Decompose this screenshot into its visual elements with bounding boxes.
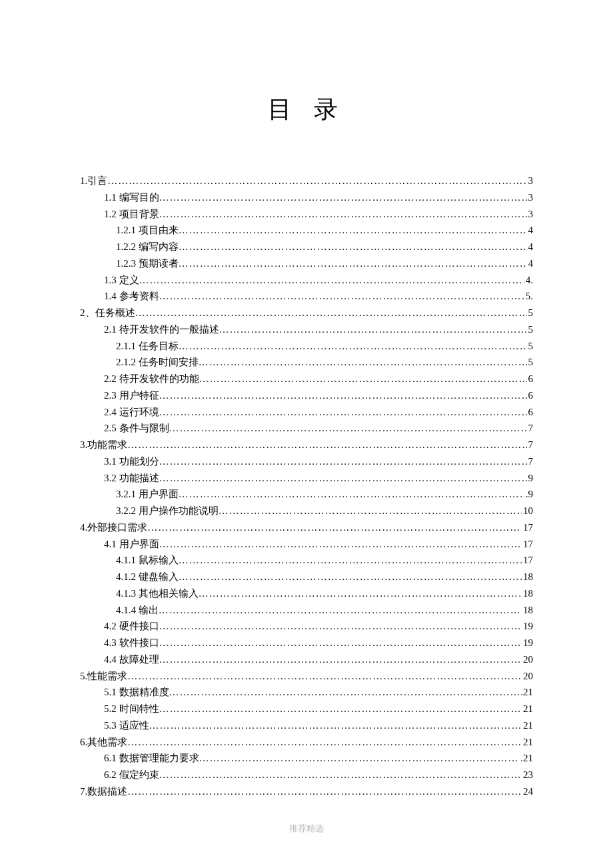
toc-page-number: 3 — [527, 173, 534, 189]
toc-page-number: 5 — [527, 354, 534, 371]
toc-page-number: 4 — [527, 255, 534, 272]
toc-label: 1.2.1 项目由来 — [116, 222, 179, 239]
toc-label: 3.1 功能划分 — [104, 453, 159, 470]
toc-leader-dots — [199, 585, 522, 602]
toc-page-number: 10 — [522, 503, 533, 519]
toc-entry: 5.性能需求20 — [80, 668, 533, 685]
toc-label: 4.1.1 鼠标输入 — [116, 552, 179, 569]
toc-label: 2.2 待开发软件的功能 — [104, 371, 199, 387]
toc-entry: 6.2 假定约束23 — [80, 767, 533, 783]
toc-entry: 2.5 条件与限制7 — [80, 420, 533, 437]
toc-page-number: 6 — [527, 387, 534, 404]
toc-entry: 4.1.1 鼠标输入17 — [80, 552, 533, 569]
toc-page-number: 5 — [527, 338, 534, 355]
toc-leader-dots — [159, 387, 527, 404]
toc-page-number: 17 — [522, 552, 533, 569]
toc-entry: 2.1 待开发软件的一般描述5 — [80, 321, 533, 338]
toc-leader-dots — [127, 668, 522, 685]
toc-page-number: .21 — [519, 684, 533, 701]
toc-entry: 4.外部接口需求17 — [80, 519, 533, 536]
toc-entry: 2.2 待开发软件的功能6 — [80, 371, 533, 387]
toc-leader-dots — [219, 503, 522, 519]
toc-label: 4.1.3 其他相关输入 — [116, 585, 199, 602]
toc-label: 3.功能需求 — [80, 437, 127, 453]
toc-label: 5.2 时间特性 — [104, 701, 159, 717]
toc-page-number: 18 — [522, 569, 533, 585]
toc-entry: 3.功能需求7 — [80, 437, 533, 453]
toc-leader-dots — [149, 717, 522, 734]
toc-leader-dots — [159, 651, 522, 668]
toc-label: 2.3 用户特征 — [104, 387, 159, 404]
toc-page-number: 18 — [522, 585, 533, 602]
toc-page-number: 4 — [527, 222, 534, 239]
toc-label: 4.1.2 键盘输入 — [116, 569, 179, 585]
toc-entry: 1.2 项目背景3 — [80, 206, 533, 223]
toc-label: 6.1 数据管理能力要求 — [104, 750, 199, 767]
toc-entry: 1.4 参考资料5. — [80, 288, 533, 305]
toc-page-number: 7 — [527, 453, 534, 470]
toc-entry: 6.1 数据管理能力要求.21 — [80, 750, 533, 767]
toc-page-number: 4 — [527, 239, 534, 255]
toc-label: 4.1 用户界面 — [104, 536, 159, 553]
toc-leader-dots — [127, 734, 522, 751]
toc-leader-dots — [159, 206, 527, 223]
toc-page-number: 24 — [522, 783, 533, 800]
toc-leader-dots — [169, 684, 520, 701]
toc-label: 3.2 功能描述 — [104, 470, 159, 487]
toc-label: 5.3 适应性 — [104, 717, 149, 734]
toc-label: 1.2 项目背景 — [104, 206, 159, 223]
toc-page-number: 5. — [524, 288, 533, 305]
toc-entry: 4.2 硬件接口19 — [80, 618, 533, 635]
toc-label: 4.1.4 输出 — [116, 602, 159, 619]
toc-leader-dots — [199, 371, 527, 387]
toc-entry: 2.4 运行环境6 — [80, 404, 533, 421]
toc-label: 4.2 硬件接口 — [104, 618, 159, 635]
toc-label: 2.1.1 任务目标 — [116, 338, 179, 355]
toc-entry: 5.2 时间特性21 — [80, 701, 533, 717]
toc-page-number: 17 — [522, 536, 533, 553]
toc-page-number: 6 — [527, 371, 534, 387]
table-of-contents: 1.引言31.1 编写目的31.2 项目背景31.2.1 项目由来41.2.2 … — [80, 173, 533, 800]
toc-page-number: 23 — [522, 767, 533, 783]
toc-leader-dots — [179, 569, 522, 585]
toc-label: 4.3 软件接口 — [104, 635, 159, 651]
toc-page-number: 20 — [522, 668, 533, 685]
toc-leader-dots — [179, 255, 527, 272]
toc-label: 4.4 故障处理 — [104, 651, 159, 668]
toc-entry: 4.1.2 键盘输入18 — [80, 569, 533, 585]
page-footer: 推荐精选 — [0, 823, 613, 835]
toc-leader-dots — [159, 767, 522, 783]
toc-label: 2.4 运行环境 — [104, 404, 159, 421]
toc-label: 1.4 参考资料 — [104, 288, 159, 305]
toc-page-number: 9 — [527, 470, 534, 487]
toc-entry: 5.1 数据精准度.21 — [80, 684, 533, 701]
toc-entry: 1.2.2 编写内容4 — [80, 239, 533, 255]
toc-page-number: 21 — [522, 717, 533, 734]
toc-leader-dots — [159, 618, 522, 635]
toc-leader-dots — [159, 189, 527, 206]
toc-label: 2、任务概述 — [80, 305, 135, 321]
toc-leader-dots — [159, 635, 522, 651]
toc-page-number: 17 — [522, 519, 533, 536]
toc-entry: 3.2.2 用户操作功能说明10 — [80, 503, 533, 519]
toc-page-number: 21 — [522, 734, 533, 751]
toc-entry: 2、任务概述5 — [80, 305, 533, 321]
toc-page-number: 20 — [522, 651, 533, 668]
toc-leader-dots — [107, 173, 526, 189]
toc-page-number: .9 — [524, 486, 533, 503]
toc-leader-dots — [169, 420, 527, 437]
toc-leader-dots — [159, 536, 522, 553]
toc-leader-dots — [219, 321, 527, 338]
toc-leader-dots — [135, 305, 527, 321]
toc-label: 3.2.2 用户操作功能说明 — [116, 503, 219, 519]
toc-entry: 1.2.1 项目由来4 — [80, 222, 533, 239]
toc-page-number: 3 — [527, 206, 534, 223]
toc-page-number: 7 — [527, 420, 534, 437]
toc-page-number: .21 — [519, 750, 533, 767]
toc-leader-dots — [159, 404, 527, 421]
toc-leader-dots — [199, 750, 520, 767]
toc-label: 6.其他需求 — [80, 734, 127, 751]
document-page: 目 录 1.引言31.1 编写目的31.2 项目背景31.2.1 项目由来41.… — [0, 0, 613, 833]
toc-page-number: 18 — [522, 602, 533, 619]
toc-page-number: 5 — [527, 321, 534, 338]
